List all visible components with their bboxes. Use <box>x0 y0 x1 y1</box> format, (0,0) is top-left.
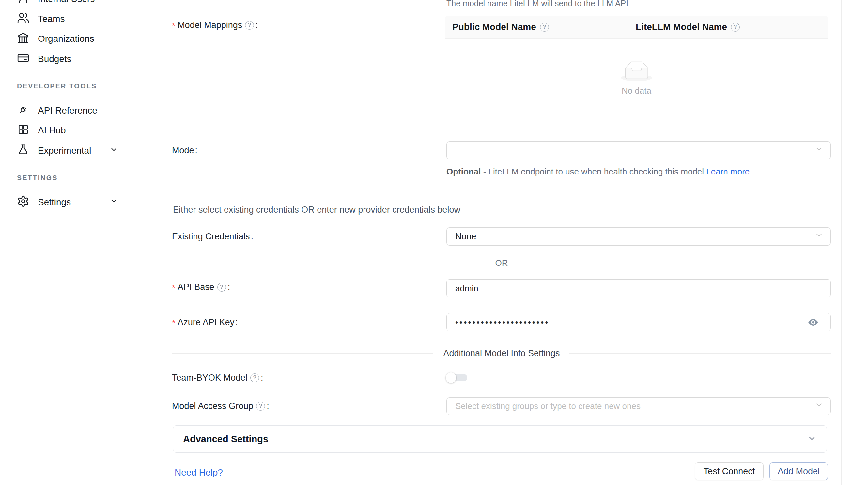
required-asterisk: * <box>172 283 175 293</box>
sidebar-item-organizations[interactable]: Organizations <box>0 30 158 48</box>
sidebar-item-label: Settings <box>38 197 71 207</box>
sidebar: Internal Users Teams Organizations Budge… <box>0 0 158 485</box>
mode-helper-text: Optional - LiteLLM endpoint to use when … <box>446 165 755 178</box>
azure-api-key-label: * Azure API Key : <box>172 317 238 328</box>
gear-icon <box>17 195 29 210</box>
empty-state: No data <box>445 61 828 96</box>
help-icon[interactable]: ? <box>256 402 265 411</box>
team-byok-toggle[interactable] <box>446 373 467 383</box>
need-help-link[interactable]: Need Help? <box>175 467 223 478</box>
plug-icon <box>17 103 29 118</box>
users-icon <box>17 12 29 26</box>
azure-api-key-input[interactable]: •••••••••••••••••••••• <box>446 313 831 331</box>
help-icon[interactable]: ? <box>250 374 259 382</box>
sidebar-item-label: API Reference <box>38 105 97 116</box>
bank-icon <box>17 32 29 46</box>
mode-label: Mode : <box>172 145 197 156</box>
sidebar-section-settings: SETTINGS <box>17 174 58 182</box>
sidebar-item-api-reference[interactable]: API Reference <box>0 101 158 120</box>
chevron-down-icon <box>815 401 823 412</box>
required-asterisk: * <box>172 318 175 328</box>
api-base-input[interactable]: admin <box>446 279 831 297</box>
add-model-button[interactable]: Add Model <box>770 462 828 480</box>
credentials-note: Either select existing credentials OR en… <box>173 205 460 215</box>
help-icon[interactable]: ? <box>731 23 740 32</box>
chevron-down-icon <box>110 146 118 156</box>
model-mappings-label: * Model Mappings ? : <box>172 20 258 31</box>
help-icon[interactable]: ? <box>217 283 226 292</box>
eye-icon[interactable] <box>807 317 819 328</box>
no-data-text: No data <box>445 86 828 96</box>
existing-credentials-label: Existing Credentials : <box>172 231 253 242</box>
learn-more-link[interactable]: Learn <box>706 167 728 176</box>
model-mappings-table: Public Model Name ? LiteLLM Model Name ?… <box>445 15 828 128</box>
sidebar-item-label: Internal Users <box>38 0 95 4</box>
advanced-settings-panel[interactable]: Advanced Settings <box>173 425 827 453</box>
model-name-helper-text: The model name LiteLLM will send to the … <box>446 0 628 8</box>
empty-inbox-icon <box>621 77 652 82</box>
masked-password-value: •••••••••••••••••••••• <box>455 317 549 327</box>
chevron-down-icon <box>807 433 817 445</box>
credit-card-icon <box>17 52 29 67</box>
sidebar-item-label: AI Hub <box>38 125 66 136</box>
sidebar-item-teams[interactable]: Teams <box>0 10 158 28</box>
chevron-down-icon <box>110 197 118 208</box>
table-header-row: Public Model Name ? LiteLLM Model Name ? <box>445 15 828 39</box>
sidebar-item-label: Organizations <box>38 34 94 44</box>
toggle-knob <box>446 373 456 383</box>
learn-more-link[interactable]: more <box>730 167 749 176</box>
flask-icon <box>17 143 29 158</box>
api-base-label: * API Base ? : <box>172 282 230 293</box>
chevron-down-icon <box>815 231 823 242</box>
select-placeholder: Select existing groups or type to create… <box>455 401 641 411</box>
advanced-settings-title: Advanced Settings <box>183 434 268 445</box>
content-right-divider <box>841 0 842 485</box>
chevron-down-icon <box>815 145 823 156</box>
sidebar-item-label: Budgets <box>38 54 71 64</box>
column-divider <box>629 22 629 33</box>
team-byok-label: Team-BYOK Model ? : <box>172 372 264 383</box>
sidebar-item-label: Experimental <box>38 146 91 156</box>
sidebar-item-label: Teams <box>38 14 65 24</box>
divider-line <box>172 353 433 354</box>
test-connect-button[interactable]: Test Connect <box>695 462 764 480</box>
sidebar-item-budgets[interactable]: Budgets <box>0 50 158 68</box>
divider-line <box>569 353 831 354</box>
grid-icon <box>17 123 29 138</box>
user-icon <box>17 0 29 6</box>
sidebar-item-internal-users[interactable]: Internal Users <box>0 0 158 8</box>
sidebar-item-experimental[interactable]: Experimental <box>0 141 158 160</box>
existing-credentials-select[interactable]: None <box>446 227 831 246</box>
sidebar-item-ai-hub[interactable]: AI Hub <box>0 121 158 139</box>
model-access-group-select[interactable]: Select existing groups or type to create… <box>446 397 831 415</box>
help-icon[interactable]: ? <box>540 23 549 32</box>
column-header-litellm-model-name: LiteLLM Model Name ? <box>629 22 740 32</box>
sidebar-item-settings[interactable]: Settings <box>0 193 158 212</box>
or-divider-text: OR <box>495 258 508 268</box>
additional-info-divider-text: Additional Model Info Settings <box>443 348 560 358</box>
model-access-group-label: Model Access Group ? : <box>172 400 269 412</box>
required-asterisk: * <box>172 21 175 31</box>
help-icon[interactable]: ? <box>245 21 254 30</box>
column-header-public-model-name: Public Model Name ? <box>445 22 629 32</box>
mode-select[interactable] <box>446 141 831 160</box>
sidebar-section-developer-tools: DEVELOPER TOOLS <box>17 82 97 90</box>
